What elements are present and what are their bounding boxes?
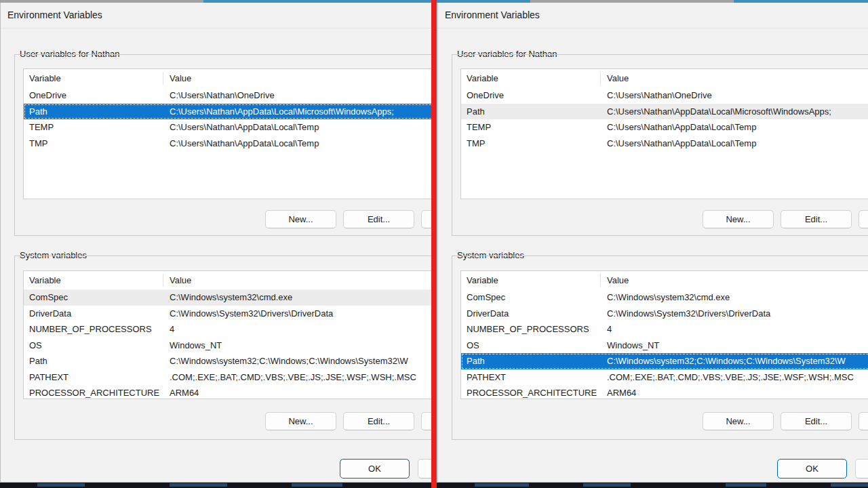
variable-name-cell: DriverData	[461, 308, 601, 319]
column-divider[interactable]	[600, 274, 601, 287]
user-delete-button-partial[interactable]	[421, 210, 432, 228]
table-row[interactable]: PathC:\Windows\system32;C:\Windows;C:\Wi…	[461, 353, 868, 369]
ok-button[interactable]: OK	[777, 459, 847, 479]
column-divider[interactable]	[163, 72, 163, 85]
variable-value-cell: C:\Users\Nathan\AppData\Local\Microsoft\…	[164, 106, 432, 117]
column-divider[interactable]	[163, 274, 163, 287]
variable-name-cell: OS	[24, 340, 164, 350]
variable-name-cell: DriverData	[24, 308, 164, 319]
column-header-variable[interactable]: Variable	[24, 73, 164, 83]
column-header-variable[interactable]: Variable	[461, 73, 601, 83]
table-row[interactable]: TEMPC:\Users\Nathan\AppData\Local\Temp	[461, 119, 868, 136]
screenshot-stage: Environment Variables User variables for…	[0, 0, 868, 488]
dialog-title-bar[interactable]: Environment Variables	[438, 3, 868, 28]
table-row[interactable]: DriverDataC:\Windows\System32\Drivers\Dr…	[461, 306, 868, 322]
system-edit-button[interactable]: Edit...	[343, 412, 414, 430]
user-new-button[interactable]: New...	[265, 210, 336, 228]
dialog-title-bar[interactable]: Environment Variables	[1, 3, 432, 28]
user-delete-button-partial[interactable]	[859, 210, 868, 228]
top-edge-blue-strip	[437, 0, 530, 3]
variable-value-cell: 4	[601, 324, 868, 334]
variable-name-cell: ComSpec	[24, 292, 164, 302]
cancel-button-partial[interactable]	[855, 459, 868, 479]
system-delete-button-partial[interactable]	[859, 412, 868, 430]
variable-value-cell: C:\Users\Nathan\AppData\Local\Temp	[601, 122, 868, 132]
variable-value-cell: C:\Users\Nathan\OneDrive	[601, 90, 868, 100]
variable-name-cell: NUMBER_OF_PROCESSORS	[461, 324, 601, 334]
system-variables-rows: ComSpecC:\Windows\system32\cmd.exeDriver…	[461, 289, 868, 399]
variable-name-cell: TEMP	[24, 122, 164, 132]
bottom-bar-blue-segment	[292, 483, 342, 487]
bottom-bar-blue-segment	[37, 483, 85, 487]
variable-value-cell: C:\Windows\system32\cmd.exe	[164, 292, 432, 302]
system-edit-button[interactable]: Edit...	[781, 412, 852, 430]
system-delete-button-partial[interactable]	[421, 412, 432, 430]
variable-value-cell: Windows_NT	[601, 340, 868, 350]
user-new-button[interactable]: New...	[703, 210, 774, 228]
title-separator	[1, 28, 432, 28]
table-row[interactable]: PATHEXT.COM;.EXE;.BAT;.CMD;.VBS;.VBE;.JS…	[461, 369, 868, 386]
table-row[interactable]: PathC:\Users\Nathan\AppData\Local\Micros…	[461, 104, 868, 120]
variable-value-cell: Windows_NT	[164, 340, 432, 350]
bottom-bar-blue-segment	[475, 483, 529, 487]
table-row[interactable]: TMPC:\Users\Nathan\AppData\Local\Temp	[461, 136, 868, 152]
table-row[interactable]: ComSpecC:\Windows\system32\cmd.exe	[24, 289, 432, 306]
table-row[interactable]: NUMBER_OF_PROCESSORS4	[461, 321, 868, 338]
system-new-button[interactable]: New...	[265, 412, 336, 430]
table-row[interactable]: PROCESSOR_ARCHITECTUREARM64	[24, 385, 432, 399]
user-table-header: Variable Value	[461, 69, 868, 87]
table-row[interactable]: OSWindows_NT	[461, 338, 868, 354]
column-header-value[interactable]: Value	[164, 275, 432, 285]
table-row[interactable]: TMPC:\Users\Nathan\AppData\Local\Temp	[24, 136, 432, 152]
red-divider-line	[431, 0, 437, 488]
variable-name-cell: TMP	[24, 138, 164, 148]
variable-value-cell: C:\Windows\system32;C:\Windows;C:\Window…	[601, 356, 868, 366]
bottom-bar-blue-segment	[831, 483, 868, 487]
dialog-title: Environment Variables	[445, 9, 540, 20]
column-header-value[interactable]: Value	[164, 73, 432, 83]
system-variables-rows: ComSpecC:\Windows\system32\cmd.exeDriver…	[24, 289, 432, 399]
user-edit-button[interactable]: Edit...	[781, 210, 852, 228]
column-header-variable[interactable]: Variable	[24, 275, 164, 285]
top-edge-blue-strip	[203, 0, 432, 3]
system-variables-table[interactable]: Variable Value ComSpecC:\Windows\system3…	[460, 270, 868, 399]
column-divider[interactable]	[600, 72, 601, 85]
system-variables-table[interactable]: Variable Value ComSpecC:\Windows\system3…	[23, 270, 432, 399]
table-row[interactable]: OSWindows_NT	[24, 338, 432, 354]
top-edge-gray-strip	[530, 0, 734, 3]
variable-value-cell: 4	[164, 324, 432, 334]
user-variables-table[interactable]: Variable Value OneDriveC:\Users\Nathan\O…	[460, 68, 868, 199]
table-row[interactable]: ComSpecC:\Windows\system32\cmd.exe	[461, 289, 868, 306]
variable-name-cell: OS	[461, 340, 601, 350]
table-row[interactable]: OneDriveC:\Users\Nathan\OneDrive	[461, 87, 868, 104]
table-row[interactable]: PROCESSOR_ARCHITECTUREARM64	[461, 385, 868, 399]
table-row[interactable]: TEMPC:\Users\Nathan\AppData\Local\Temp	[24, 119, 432, 136]
ok-button[interactable]: OK	[340, 459, 410, 479]
user-variables-rows: OneDriveC:\Users\Nathan\OneDrivePathC:\U…	[461, 87, 868, 199]
environment-variables-dialog: Environment Variables User variables for…	[437, 3, 868, 483]
table-row[interactable]: OneDriveC:\Users\Nathan\OneDrive	[24, 87, 432, 104]
table-row[interactable]: NUMBER_OF_PROCESSORS4	[24, 321, 432, 338]
variable-name-cell: OneDrive	[24, 90, 164, 100]
variable-value-cell: ARM64	[601, 388, 868, 398]
table-row[interactable]: PATHEXT.COM;.EXE;.BAT;.CMD;.VBS;.VBE;.JS…	[24, 369, 432, 386]
column-header-variable[interactable]: Variable	[461, 275, 601, 285]
cancel-button-partial[interactable]	[418, 459, 432, 479]
user-edit-button[interactable]: Edit...	[343, 210, 414, 228]
variable-name-cell: OneDrive	[461, 90, 601, 100]
bottom-bar-blue-segment	[726, 483, 766, 487]
variable-name-cell: TMP	[461, 138, 601, 148]
system-table-header: Variable Value	[461, 271, 868, 289]
table-row[interactable]: DriverDataC:\Windows\System32\Drivers\Dr…	[24, 306, 432, 322]
variable-value-cell: ARM64	[164, 388, 432, 398]
table-row[interactable]: PathC:\Windows\system32;C:\Windows;C:\Wi…	[24, 353, 432, 369]
panel-right: Environment Variables User variables for…	[437, 0, 868, 488]
variable-value-cell: C:\Windows\system32;C:\Windows;C:\Window…	[164, 356, 432, 366]
user-variables-table[interactable]: Variable Value OneDriveC:\Users\Nathan\O…	[23, 68, 432, 199]
system-new-button[interactable]: New...	[703, 412, 774, 430]
user-table-header: Variable Value	[24, 69, 432, 87]
user-variables-rows: OneDriveC:\Users\Nathan\OneDrivePathC:\U…	[24, 87, 432, 199]
table-row[interactable]: PathC:\Users\Nathan\AppData\Local\Micros…	[24, 104, 432, 120]
column-header-value[interactable]: Value	[601, 73, 868, 83]
column-header-value[interactable]: Value	[601, 275, 868, 285]
